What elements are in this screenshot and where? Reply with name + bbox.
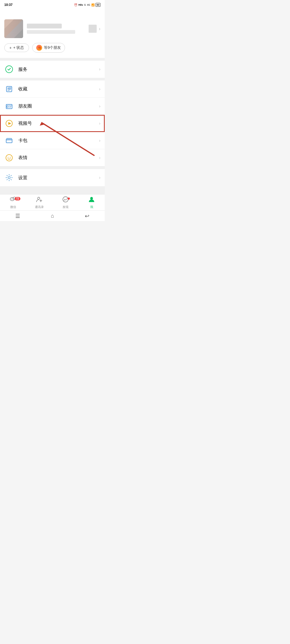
video-chevron-icon: › [99, 121, 100, 126]
svg-point-10 [10, 157, 11, 158]
emotion-chevron-icon: › [99, 155, 100, 160]
menu-item-wallet[interactable]: 卡包 › [0, 132, 105, 149]
svg-point-8 [6, 155, 12, 161]
signal-g-icon: G [84, 3, 86, 6]
wechat-tab-label: 微信 [10, 205, 16, 209]
wallet-label: 卡包 [18, 137, 99, 144]
section-divider-2 [0, 78, 105, 80]
profile-row[interactable]: › [4, 19, 100, 38]
plus-icon: + [9, 46, 12, 50]
battery-indicator: 63 [96, 3, 100, 7]
menu-item-collect[interactable]: 收藏 › [0, 80, 105, 98]
svg-point-14 [10, 197, 14, 201]
svg-point-22 [90, 197, 93, 200]
wechat-badge: 72 [15, 197, 20, 200]
hd2-icon: HD₂ [78, 3, 83, 6]
discover-tab-label: 发现 [63, 205, 68, 209]
service-label: 服务 [18, 66, 99, 72]
nav-back-icon[interactable]: ↩ [79, 212, 95, 220]
collect-chevron-icon: › [99, 87, 100, 92]
qr-code-thumbnail [89, 25, 97, 33]
emotion-label: 表情 [18, 155, 99, 161]
collect-label: 收藏 [18, 86, 99, 92]
menu-item-emotion[interactable]: 表情 › [0, 149, 105, 166]
wallet-chevron-icon: › [99, 138, 100, 143]
moments-icon [4, 101, 14, 111]
emotion-icon [4, 153, 14, 163]
settings-icon [4, 173, 14, 182]
moments-label: 朋友圈 [18, 103, 99, 109]
signal-4g-icon: 4G [87, 3, 90, 6]
svg-point-20 [38, 197, 40, 199]
profile-right: › [89, 25, 100, 33]
me-tab-label: 我 [90, 205, 93, 209]
settings-chevron-icon: › [99, 175, 100, 180]
friends-button[interactable]: 🎁 等9个朋友 [32, 43, 65, 53]
tab-item-wechat[interactable]: 72 微信 [0, 195, 26, 210]
status-time: 10:37 [4, 3, 13, 7]
svg-rect-1 [6, 86, 12, 92]
menu-item-moments[interactable]: 朋友圈 › [0, 98, 105, 115]
moments-chevron-icon: › [99, 104, 100, 109]
contacts-tab-label: 通讯录 [35, 205, 44, 209]
svg-point-13 [8, 177, 10, 179]
profile-left [4, 19, 75, 38]
wifi-icon: 📶 [91, 3, 95, 6]
menu-section-main: 收藏 › 朋友圈 › 视频号 › [0, 80, 105, 166]
service-icon [4, 64, 14, 74]
svg-point-21 [63, 197, 68, 202]
clock-icon: ⏰ [74, 3, 77, 6]
svg-rect-2 [6, 104, 12, 109]
avatar [4, 19, 23, 38]
menu-section-service: 服务 › [0, 61, 105, 78]
menu-section-settings: 设置 › [0, 169, 105, 186]
section-divider-1 [0, 58, 105, 61]
svg-point-9 [8, 157, 9, 158]
tab-bar: 72 微信 通讯录 发现 [0, 194, 105, 210]
add-status-button[interactable]: + + 状态 [4, 43, 29, 52]
svg-point-3 [7, 106, 8, 108]
menu-item-video[interactable]: 视频号 › [0, 115, 105, 132]
friends-button-label: 等9个朋友 [44, 45, 61, 50]
collect-icon [4, 84, 14, 94]
settings-label: 设置 [18, 175, 99, 181]
status-button-label: + 状态 [13, 45, 24, 50]
section-divider-3 [0, 166, 105, 169]
svg-marker-5 [8, 122, 11, 125]
friend-avatar-icon: 🎁 [36, 45, 42, 51]
wallet-icon [4, 136, 14, 145]
svg-point-0 [6, 66, 13, 73]
svg-point-18 [14, 198, 14, 199]
profile-name-blurred [27, 24, 62, 28]
video-icon [4, 119, 14, 128]
discover-dot-badge [68, 197, 70, 200]
service-chevron-icon: › [99, 67, 100, 72]
tab-item-contacts[interactable]: 通讯录 [26, 195, 53, 210]
contacts-tab-icon [36, 196, 43, 204]
tab-item-discover[interactable]: 发现 [52, 195, 79, 210]
nav-home-icon[interactable]: ⌂ [45, 212, 59, 220]
section-divider-4 [0, 186, 105, 194]
profile-info [27, 24, 75, 34]
svg-rect-6 [6, 139, 12, 143]
me-tab-icon [88, 196, 95, 204]
profile-id-blurred [27, 30, 75, 34]
profile-chevron-icon: › [99, 26, 100, 32]
tab-item-me[interactable]: 我 [79, 195, 105, 210]
svg-point-17 [13, 199, 13, 199]
status-bar: 10:37 ⏰ HD₂ G 4G 📶 63 [0, 0, 105, 9]
status-icons: ⏰ HD₂ G 4G 📶 63 [74, 3, 100, 7]
status-buttons-row: + + 状态 🎁 等9个朋友 [4, 43, 100, 53]
svg-point-16 [11, 199, 12, 199]
nav-menu-icon[interactable]: ☰ [10, 212, 26, 220]
menu-item-service[interactable]: 服务 › [0, 61, 105, 78]
nav-bar: ☰ ⌂ ↩ [0, 210, 105, 221]
profile-section: › + + 状态 🎁 等9个朋友 [0, 9, 105, 58]
video-label: 视频号 [18, 120, 99, 126]
menu-item-settings[interactable]: 设置 › [0, 169, 105, 186]
